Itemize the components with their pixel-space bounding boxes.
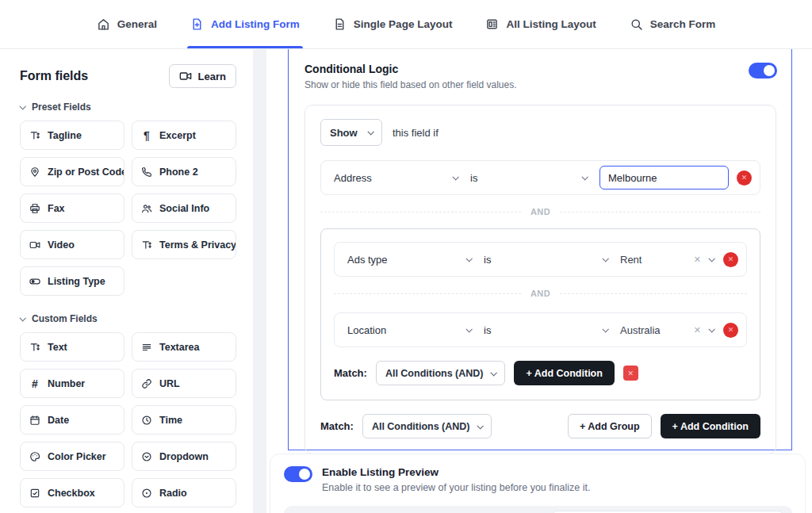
clock-icon <box>141 415 152 426</box>
field-button-dropdown[interactable]: Dropdown <box>132 442 236 471</box>
operator-select[interactable]: is <box>484 243 620 276</box>
field-button-textarea[interactable]: Textarea <box>132 332 236 362</box>
chevron-down-icon <box>465 326 472 332</box>
chevron-down-icon <box>581 174 588 180</box>
value-select[interactable]: Rent ✕ <box>620 243 723 276</box>
clear-value-icon[interactable]: ✕ <box>694 325 701 335</box>
field-button-url[interactable]: URL <box>132 369 236 398</box>
file-plus-icon <box>190 17 204 31</box>
field-button-color-picker[interactable]: Color Picker <box>20 442 124 471</box>
listing-preview-subtitle: Enable it to see a preview of your listi… <box>322 482 590 493</box>
video-icon <box>179 70 192 82</box>
condition-suffix-label: this field if <box>393 127 439 139</box>
select-value: Ads type <box>347 254 388 266</box>
condition-row-ads-type: Ads type is Rent ✕ ✕ <box>334 242 747 277</box>
textarea-icon <box>141 342 152 353</box>
panel-subtitle: Show or hide this field based on other f… <box>304 79 776 90</box>
field-button-phone2[interactable]: Phone 2 <box>132 157 236 186</box>
chevron-down-icon <box>602 326 608 332</box>
condition-row-location: Location is Australia ✕ ✕ <box>334 312 747 347</box>
preset-fields-section-header[interactable]: Preset Fields <box>20 101 252 113</box>
field-label: Number <box>48 378 85 389</box>
custom-fields-section-header[interactable]: Custom Fields <box>20 313 252 324</box>
field-label: Social Info <box>159 203 209 214</box>
field-button-video[interactable]: Video <box>20 230 124 259</box>
select-value: All Conditions (AND) <box>385 368 484 379</box>
field-label: Date <box>48 415 69 426</box>
field-button-time[interactable]: Time <box>132 405 236 435</box>
field-button-listing-type[interactable]: Listing Type <box>20 266 124 296</box>
value-select[interactable]: Australia ✕ <box>620 313 723 346</box>
field-button-zip[interactable]: Zip or Post Code <box>20 157 124 186</box>
and-label: AND <box>530 289 550 298</box>
tab-all-listing-layout[interactable]: All Listing Layout <box>485 0 596 48</box>
chevron-down-icon <box>452 174 458 180</box>
show-hide-select[interactable]: Show <box>320 119 382 146</box>
sidebar-scrollbar[interactable] <box>253 49 266 513</box>
tab-search-form[interactable]: Search Form <box>630 0 716 48</box>
field-button-checkbox[interactable]: Checkbox <box>20 478 124 507</box>
add-group-button[interactable]: + Add Group <box>568 414 652 438</box>
delete-condition-button[interactable]: ✕ <box>737 170 752 186</box>
field-label: Text <box>48 342 67 353</box>
field-select[interactable]: Ads type <box>347 243 484 276</box>
field-button-excerpt[interactable]: ¶ Excerpt <box>132 121 236 150</box>
conditional-logic-panel: Conditional Logic Show or hide this fiel… <box>288 49 792 450</box>
clear-value-icon[interactable]: ✕ <box>694 255 701 265</box>
field-button-tagline[interactable]: Tagline <box>20 121 124 150</box>
learn-button[interactable]: Learn <box>169 64 236 88</box>
custom-fields-grid: Text Textarea # Number URL Date Time <box>20 332 236 507</box>
operator-select[interactable]: is <box>470 161 599 194</box>
field-button-date[interactable]: Date <box>20 405 124 435</box>
tab-label: Single Page Layout <box>354 18 453 30</box>
tab-general[interactable]: General <box>97 0 157 48</box>
tab-label: All Listing Layout <box>506 18 596 30</box>
condition-value-input[interactable] <box>599 166 729 190</box>
add-condition-button[interactable]: + Add Condition <box>661 414 760 438</box>
delete-condition-button[interactable]: ✕ <box>723 252 738 267</box>
group-match-select[interactable]: All Conditions (AND) <box>376 361 506 385</box>
chevron-down-icon <box>19 103 25 109</box>
chevron-down-icon <box>708 326 714 332</box>
operator-select[interactable]: is <box>484 313 620 346</box>
tab-single-page-layout[interactable]: Single Page Layout <box>333 0 453 48</box>
palette-icon <box>29 451 40 462</box>
field-button-social-info[interactable]: Social Info <box>132 193 236 223</box>
condition-group: Ads type is Rent ✕ ✕ AND <box>320 228 760 400</box>
delete-condition-button[interactable]: ✕ <box>723 323 738 338</box>
field-select[interactable]: Address <box>334 161 470 194</box>
link-icon <box>141 378 152 389</box>
learn-label: Learn <box>198 71 226 82</box>
field-button-terms-privacy[interactable]: Terms & Privacy <box>132 230 236 259</box>
tab-label: Add Listing Form <box>211 18 300 30</box>
field-button-number[interactable]: # Number <box>20 369 124 398</box>
select-value: is <box>470 172 477 184</box>
field-select[interactable]: Location <box>347 313 484 346</box>
delete-group-button[interactable]: ✕ <box>623 366 638 381</box>
and-label: AND <box>530 207 550 216</box>
section-label: Custom Fields <box>32 313 98 324</box>
field-label: Dropdown <box>159 451 209 462</box>
form-fields-sidebar: Form fields Learn Preset Fields Tagline … <box>0 49 252 513</box>
field-button-text[interactable]: Text <box>20 332 124 362</box>
match-select[interactable]: All Conditions (AND) <box>362 414 492 438</box>
listing-preview-toggle[interactable] <box>284 466 312 482</box>
pilcrow-icon: ¶ <box>141 129 152 142</box>
field-button-fax[interactable]: Fax <box>20 193 124 223</box>
conditional-logic-toggle[interactable] <box>749 63 777 78</box>
users-icon <box>141 203 152 214</box>
tab-add-listing-form[interactable]: Add Listing Form <box>190 0 300 48</box>
add-condition-button[interactable]: + Add Condition <box>514 361 614 385</box>
chevron-circle-icon <box>141 451 152 462</box>
field-label: Time <box>159 415 182 426</box>
select-value: Address <box>334 172 372 184</box>
section-label: Preset Fields <box>32 101 91 113</box>
field-label: Tagline <box>48 130 82 141</box>
field-label: Textarea <box>159 342 200 353</box>
field-button-radio[interactable]: Radio <box>132 478 236 507</box>
chevron-down-icon <box>477 423 484 429</box>
field-label: Video <box>48 239 75 251</box>
text-resize-icon <box>29 342 40 353</box>
chevron-down-icon <box>19 315 25 321</box>
and-divider: AND <box>320 207 760 216</box>
